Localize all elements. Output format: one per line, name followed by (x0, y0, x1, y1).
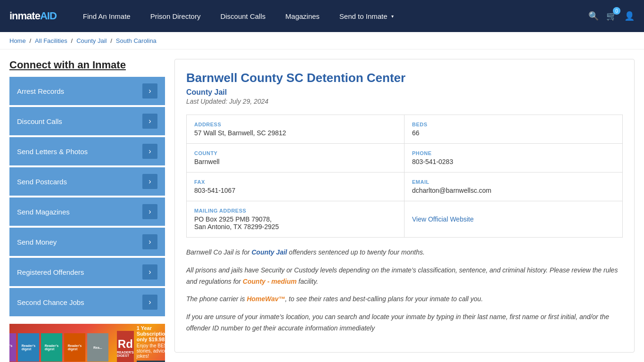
nav-find-inmate[interactable]: Find An Inmate (75, 8, 138, 24)
header: inmateAID Find An Inmate Prison Director… (0, 0, 644, 32)
county-label: COUNTY (194, 150, 396, 156)
sidebar-item-send-magazines[interactable]: Send Magazines › (9, 197, 165, 226)
county-cell: COUNTY Barnwell (187, 144, 405, 173)
main-content: Barnwell County SC Detention Center Coun… (174, 59, 635, 362)
phone-label: PHONE (412, 150, 615, 156)
facility-updated: Last Updated: July 29, 2024 (186, 98, 623, 105)
fax-label: FAX (194, 179, 396, 185)
sidebar-item-registered-offenders[interactable]: Registered Offenders › (9, 258, 165, 286)
arrow-icon: › (142, 204, 157, 219)
sidebar-item-arrest-records[interactable]: Arrest Records › (9, 77, 165, 105)
beds-value: 66 (412, 129, 615, 137)
mailing-value: PO Box 2925 PMB 79078, San Antonio, TX 7… (194, 215, 396, 230)
arrow-icon: › (142, 83, 157, 99)
logo[interactable]: inmateAID (9, 10, 57, 22)
breadcrumb-home[interactable]: Home (9, 37, 26, 44)
ad-banner[interactable]: Reader'sdigest Reader'sdigest Reader'sdi… (9, 324, 165, 362)
search-icon[interactable]: 🔍 (588, 11, 599, 21)
user-icon[interactable]: 👤 (624, 11, 635, 21)
mag-cover-5: Rea... (87, 333, 108, 362)
facility-type: County Jail (186, 88, 623, 97)
chevron-down-icon: ▾ (391, 14, 394, 19)
phone-value: 803-541-0283 (412, 158, 615, 165)
view-website-link[interactable]: View Official Website (412, 215, 474, 223)
cart-badge: 0 (613, 7, 620, 15)
sidebar: Connect with an Inmate Arrest Records › … (9, 59, 165, 362)
breadcrumb-county-jail[interactable]: County Jail (76, 37, 107, 44)
sidebar-item-send-letters[interactable]: Send Letters & Photos › (9, 137, 165, 165)
nav-prison-directory[interactable]: Prison Directory (143, 8, 208, 24)
magazine-covers: Reader'sdigest Reader'sdigest Reader'sdi… (9, 333, 108, 362)
address-cell: ADDRESS 57 Wall St, Barnwell, SC 29812 (187, 115, 405, 144)
ad-text-area: Rd READER'SDIGEST 1 Year Subscription fo… (113, 325, 165, 362)
sidebar-item-send-postcards[interactable]: Send Postcards › (9, 167, 165, 196)
mag-cover-4: Reader'sdigest (64, 333, 85, 362)
nav-discount-calls[interactable]: Discount Calls (213, 8, 273, 24)
mag-cover-1: Reader'sdigest (9, 333, 16, 362)
sidebar-title: Connect with an Inmate (9, 59, 165, 71)
arrow-icon: › (142, 295, 157, 310)
main-container: Connect with an Inmate Arrest Records › … (0, 49, 644, 362)
ad-content: Reader'sdigest Reader'sdigest Reader'sdi… (9, 324, 165, 362)
cart-icon[interactable]: 🛒 0 (606, 11, 617, 21)
header-icons: 🔍 🛒 0 👤 (588, 11, 635, 21)
breadcrumb: Home / All Facilities / County Jail / So… (0, 32, 644, 49)
arrow-icon: › (142, 264, 157, 280)
info-grid: ADDRESS 57 Wall St, Barnwell, SC 29812 B… (186, 115, 623, 238)
ad-description: 1 Year Subscription for only $19.98 Enjo… (137, 325, 165, 362)
mag-cover-3: Reader'sdigest (41, 333, 62, 362)
email-cell: EMAIL dcharlton@barnwellsc.com (405, 173, 622, 201)
beds-cell: BEDS 66 (405, 115, 622, 144)
desc-para3: The phone carrier is HomeWav™, to see th… (186, 294, 623, 305)
sidebar-item-discount-calls[interactable]: Discount Calls › (9, 107, 165, 135)
nav-magazines[interactable]: Magazines (278, 8, 327, 24)
nav-send-to-inmate[interactable]: Send to Inmate ▾ (332, 8, 401, 24)
email-label: EMAIL (412, 179, 615, 185)
fax-value: 803-541-1067 (194, 187, 396, 194)
breadcrumb-all-facilities[interactable]: All Facilities (35, 37, 67, 44)
desc-para1: Barnwell Co Jail is for County Jail offe… (186, 247, 623, 258)
breadcrumb-state[interactable]: South Carolina (116, 37, 157, 44)
facility-name: Barnwell County SC Detention Center (186, 71, 623, 85)
mailing-cell: MAILING ADDRESS PO Box 2925 PMB 79078, S… (187, 201, 405, 237)
sidebar-item-second-chance-jobs[interactable]: Second Chance Jobs › (9, 288, 165, 316)
arrow-icon: › (142, 114, 157, 129)
logo-inmate-text: inmateAID (9, 10, 57, 22)
website-cell: View Official Website (405, 201, 622, 237)
sidebar-menu: Arrest Records › Discount Calls › Send L… (9, 77, 165, 316)
phone-cell: PHONE 803-541-0283 (405, 144, 622, 173)
mag-cover-2: Reader'sdigest (18, 333, 39, 362)
arrow-icon: › (142, 234, 157, 249)
county-value: Barnwell (194, 158, 396, 165)
fax-cell: FAX 803-541-1067 (187, 173, 405, 201)
facility-card: Barnwell County SC Detention Center Coun… (174, 59, 635, 353)
desc-para4: If you are unsure of your inmate’s locat… (186, 312, 623, 334)
arrow-icon: › (142, 174, 157, 189)
beds-label: BEDS (412, 122, 615, 127)
sidebar-item-send-money[interactable]: Send Money › (9, 228, 165, 256)
main-nav: Find An Inmate Prison Directory Discount… (75, 8, 588, 24)
address-value: 57 Wall St, Barnwell, SC 29812 (194, 129, 396, 137)
desc-para2: All prisons and jails have Security or C… (186, 265, 623, 288)
mailing-label: MAILING ADDRESS (194, 208, 396, 214)
email-value: dcharlton@barnwellsc.com (412, 187, 615, 194)
arrow-icon: › (142, 144, 157, 159)
address-label: ADDRESS (194, 122, 396, 127)
facility-description: Barnwell Co Jail is for County Jail offe… (186, 247, 623, 334)
rd-logo: Rd READER'SDIGEST (117, 331, 134, 362)
